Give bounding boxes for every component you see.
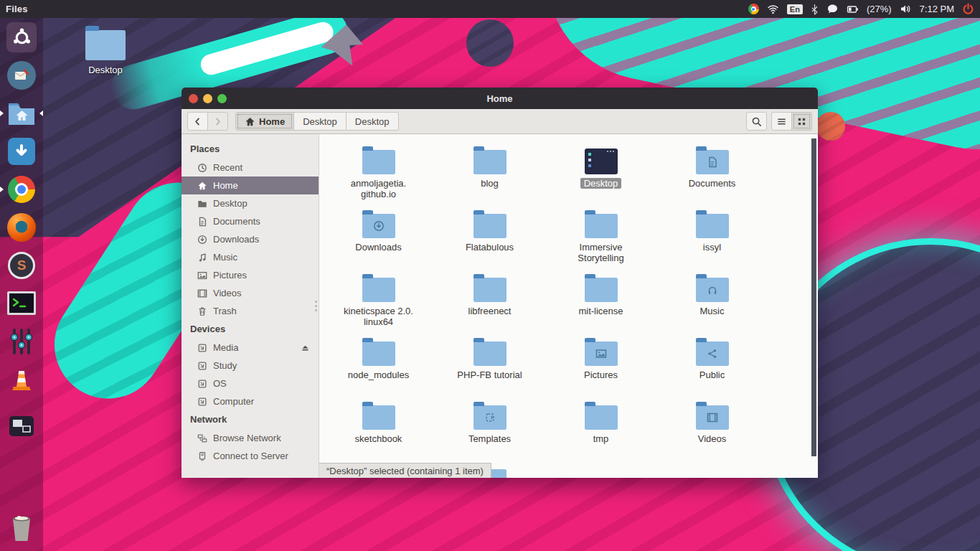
- dock-vlc[interactable]: [0, 360, 43, 398]
- file-item-node-modules[interactable]: node_modules: [323, 336, 434, 400]
- dock-trash[interactable]: [0, 509, 43, 547]
- chrome-indicator-icon[interactable]: [748, 4, 759, 14]
- sidebar-item-home[interactable]: Home: [182, 176, 319, 194]
- dock-ubuntu-dash[interactable]: [0, 18, 43, 56]
- breadcrumb-desktop[interactable]: Desktop: [346, 112, 399, 131]
- close-button[interactable]: [189, 94, 198, 103]
- wifi-icon[interactable]: [767, 4, 779, 14]
- sidebar-item-desktop[interactable]: Desktop: [182, 194, 319, 212]
- dock-chrome[interactable]: [0, 170, 43, 208]
- vertical-scrollbar[interactable]: [810, 134, 818, 478]
- files-folder-icon: [7, 100, 36, 126]
- back-button[interactable]: [187, 112, 208, 131]
- window-controls: [189, 88, 227, 109]
- clock[interactable]: 7:12 PM: [920, 4, 954, 14]
- volume-icon[interactable]: [900, 4, 912, 14]
- list-view-icon: [776, 116, 787, 127]
- sidebar-item-computer[interactable]: Computer: [182, 392, 319, 410]
- headphones-icon: [707, 284, 718, 296]
- file-item-desktop[interactable]: Desktop: [545, 144, 656, 208]
- dock-sublime-text[interactable]: S: [0, 246, 43, 284]
- files-grid: anmoljagetia.github.ioblogDesktopDocumen…: [323, 134, 768, 478]
- desktop-dark-icon: [585, 149, 618, 174]
- desktop-shortcut-label: Desktop: [88, 65, 123, 75]
- launcher-dock: S: [0, 18, 43, 551]
- list-view-button[interactable]: [771, 112, 792, 131]
- file-item-templates[interactable]: Templates: [434, 400, 545, 463]
- dock-files-app[interactable]: [0, 94, 43, 132]
- dock-download-manager[interactable]: [0, 132, 43, 170]
- sidebar-item-recent[interactable]: Recent: [182, 159, 319, 176]
- sidebar-item-downloads[interactable]: Downloads: [182, 230, 319, 248]
- folder-icon: [473, 150, 507, 174]
- battery-icon[interactable]: [847, 4, 859, 15]
- sidebar-item-trash[interactable]: Trash: [182, 302, 319, 320]
- power-icon[interactable]: [962, 3, 974, 15]
- file-item-pictures[interactable]: Pictures: [545, 336, 656, 400]
- network-icon: [197, 433, 207, 443]
- dock-mail-app[interactable]: [0, 56, 43, 94]
- dock-terminal[interactable]: [0, 284, 43, 322]
- sidebar-item-study[interactable]: Study: [182, 357, 319, 375]
- file-item-libfreenect[interactable]: libfreenect: [434, 272, 545, 336]
- desktop-shortcut-folder[interactable]: Desktop: [80, 24, 131, 75]
- sidebar-item-pictures[interactable]: Pictures: [182, 266, 319, 284]
- sidebar-item-os[interactable]: OS: [182, 375, 319, 392]
- file-label: anmoljagetia.github.io: [351, 178, 406, 199]
- file-item-sketchbook[interactable]: sketchbook: [323, 400, 434, 463]
- file-item-blog[interactable]: blog: [434, 144, 545, 208]
- dock-firefox[interactable]: [0, 208, 43, 246]
- file-item-tmp[interactable]: tmp: [545, 400, 656, 463]
- mail-icon: [13, 67, 30, 83]
- dock-workspace-switcher[interactable]: [0, 407, 43, 445]
- messages-icon[interactable]: [826, 4, 839, 14]
- sidebar-item-browse-network[interactable]: Browse Network: [182, 429, 319, 447]
- file-label: Public: [699, 369, 725, 380]
- folder-icon: [585, 405, 618, 430]
- sidebar-resize-grip[interactable]: [315, 301, 317, 303]
- file-item-videos[interactable]: Videos: [656, 400, 768, 463]
- search-button[interactable]: [746, 112, 767, 131]
- active-app-name[interactable]: Files: [6, 4, 28, 14]
- minimize-button[interactable]: [203, 94, 212, 103]
- file-item-mit-license[interactable]: mit-license: [545, 272, 656, 336]
- scrollbar-thumb[interactable]: [811, 138, 816, 456]
- file-item-flatabulous[interactable]: Flatabulous: [434, 208, 545, 272]
- file-item-public[interactable]: Public: [656, 336, 768, 400]
- sidebar-item-connect-to-server[interactable]: Connect to Server: [182, 447, 319, 465]
- file-item-immersive-storytelling[interactable]: ImmersiveStorytelling: [545, 208, 656, 272]
- sidebar-item-documents[interactable]: Documents: [182, 212, 319, 230]
- file-item-music[interactable]: Music: [656, 272, 768, 336]
- file-label: issyl: [703, 242, 721, 253]
- file-item-issyl[interactable]: issyl: [656, 208, 768, 272]
- maximize-button[interactable]: [217, 94, 227, 103]
- home-icon: [197, 181, 207, 191]
- download-arrow-icon: [14, 143, 29, 159]
- breadcrumb-home[interactable]: Home: [235, 112, 294, 131]
- chev-l-icon: [192, 116, 203, 127]
- sidebar-item-music[interactable]: Music: [182, 248, 319, 266]
- folder-icon: [696, 405, 729, 430]
- file-label: tmp: [593, 433, 609, 444]
- file-item-anmoljagetia-github-io[interactable]: anmoljagetia.github.io: [323, 144, 434, 208]
- sidebar-item-videos[interactable]: Videos: [182, 284, 319, 302]
- bluetooth-icon[interactable]: [811, 4, 819, 15]
- eject-button[interactable]: [301, 343, 310, 352]
- forward-button[interactable]: [207, 112, 228, 131]
- breadcrumb-desktop[interactable]: Desktop: [293, 112, 347, 131]
- folder-icon: [696, 150, 729, 174]
- sidebar-item-media[interactable]: Media: [182, 339, 319, 357]
- grid-view-button[interactable]: [791, 112, 812, 131]
- file-item-downloads[interactable]: Downloads: [323, 208, 434, 272]
- file-item-documents[interactable]: Documents: [656, 144, 768, 208]
- window-titlebar[interactable]: Home: [182, 88, 818, 109]
- file-item-kineticspace-2-0-linux64[interactable]: kineticspace 2.0.linux64: [323, 272, 434, 336]
- wallpaper-small-circle: [466, 19, 514, 67]
- folder-icon: [362, 214, 395, 238]
- share-icon: [707, 348, 718, 359]
- sidebar-section-devices: Devices: [182, 320, 319, 339]
- file-item-php-fb-tutorial[interactable]: PHP-FB tutorial: [434, 336, 545, 400]
- keyboard-layout-indicator[interactable]: En: [787, 4, 803, 14]
- folder-icon: [197, 199, 207, 209]
- dock-settings-sliders[interactable]: [0, 322, 43, 360]
